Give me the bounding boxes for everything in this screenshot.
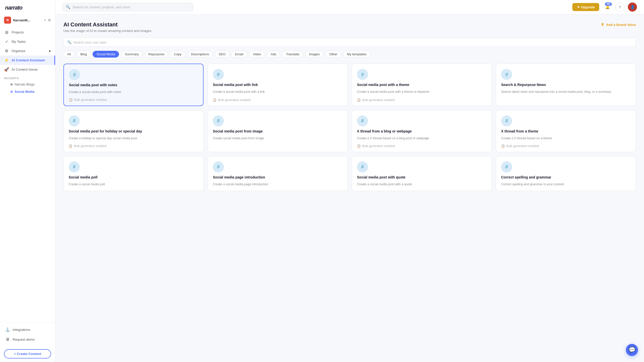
card-title: Correct spelling and grammar — [501, 175, 631, 179]
sidebar-item-ai-content-genie[interactable]: 🚀 AI Content Genie — [0, 65, 55, 74]
recent-item-social-media[interactable]: Social Media — [0, 88, 55, 95]
page-header: AI Content Assistant Use the magic of AI… — [63, 21, 636, 33]
filter-chip-blog[interactable]: Blog — [76, 51, 91, 58]
hashtag-icon: # — [357, 115, 368, 126]
filter-chip-email[interactable]: Email — [231, 51, 247, 58]
card-social-from-image[interactable]: #Social media post from imageCreate soci… — [208, 110, 348, 152]
card-description: Create a social media post with a link — [213, 89, 342, 95]
help-button[interactable]: ? — [615, 3, 624, 12]
sidebar-item-organize[interactable]: ⚙ Organize ▶ — [0, 46, 55, 56]
sidebar-item-projects[interactable]: ⊞ Projects — [0, 28, 55, 37]
filter-chip-my-templates[interactable]: My templates — [343, 51, 370, 58]
gear-icon[interactable]: ⚙ — [48, 18, 51, 22]
page-subtitle: Use the magic of AI to create amazing co… — [63, 29, 151, 33]
bulk-icon: 📋 — [213, 98, 217, 102]
card-title: Social media post from image — [213, 129, 342, 133]
card-title: X thread from a theme — [501, 129, 631, 133]
rocket-icon: 🚀 — [4, 67, 9, 72]
filter-chip-copy[interactable]: Copy — [170, 51, 185, 58]
filter-chip-social-media[interactable]: Social Media — [93, 51, 119, 58]
hashtag-icon: # — [213, 115, 224, 126]
question-mark-icon: ? — [619, 5, 621, 9]
bullet-icon — [11, 83, 13, 85]
card-description: Create a social media post with notes — [69, 90, 198, 95]
card-title: Social media post for holiday or special… — [69, 129, 198, 133]
global-search-input[interactable] — [72, 5, 190, 9]
organize-icon: ⚙ — [4, 49, 9, 53]
sidebar-item-ai-content-assistant[interactable]: ⚡ AI Content Assistant — [0, 56, 55, 65]
card-x-thread-theme[interactable]: #X thread from a themeCreate a X thread … — [496, 110, 636, 152]
card-social-post-notes[interactable]: #Social media post with notesCreate a so… — [63, 64, 204, 106]
card-bulk-label: 📋 Bulk generation enabled — [357, 98, 487, 102]
filter-chip-video[interactable]: Video — [249, 51, 265, 58]
bulk-icon: 📋 — [357, 98, 361, 102]
bulk-icon: 📋 — [357, 144, 361, 148]
chat-support-button[interactable]: 💬 — [626, 344, 638, 356]
page-header-left: AI Content Assistant Use the magic of AI… — [63, 21, 151, 33]
workspace-avatar: N — [4, 17, 11, 24]
filter-chip-all[interactable]: All — [63, 51, 74, 58]
create-content-button[interactable]: + Create Content — [4, 349, 51, 358]
workspace-selector[interactable]: N NarratoM... ▾ ⚙ — [0, 15, 55, 26]
card-x-thread-blog[interactable]: #X thread from a blog or webpageCreate a… — [352, 110, 492, 152]
sidebar-bottom: ⚓ Integrations 🖥 Request demo — [0, 322, 55, 347]
logo: narrato — [0, 0, 55, 15]
sidebar-item-request-demo[interactable]: 🖥 Request demo — [4, 335, 51, 344]
card-description: Create a X thread based on a theme — [501, 136, 631, 141]
notification-bell[interactable]: 🔔 380 — [603, 3, 612, 12]
card-description: Create a social media post with a quote — [357, 182, 487, 187]
sidebar-item-integrations[interactable]: ⚓ Integrations — [4, 325, 51, 334]
card-correct-spelling[interactable]: #Correct spelling and grammarCorrect spe… — [496, 156, 636, 191]
recents-label: Recents — [0, 74, 55, 81]
chat-icon: 💬 — [629, 347, 635, 353]
filter-chip-translate[interactable]: Translate — [282, 51, 303, 58]
bulk-icon: 📋 — [69, 144, 72, 148]
card-title: Social media post with a theme — [357, 82, 487, 87]
chevron-right-icon: ▶ — [49, 50, 51, 52]
card-title: X thread from a blog or webpage — [357, 129, 487, 133]
card-search-repurpose-news[interactable]: #Search & Repurpose NewsSearch latest ne… — [496, 64, 636, 106]
user-avatar[interactable]: 👤 — [628, 3, 637, 12]
card-description: Create a social media page introduction — [213, 182, 342, 187]
card-title: Social media post with link — [213, 82, 342, 87]
card-social-poll[interactable]: #Social media pollCreate a social media … — [63, 156, 204, 191]
card-bulk-label: 📋 Bulk generation enabled — [69, 98, 198, 102]
card-title: Social media post with quote — [357, 175, 487, 179]
microphone-icon: 🎙 — [601, 23, 605, 27]
anchor-icon: ⚓ — [5, 327, 10, 332]
sidebar: narrato N NarratoM... ▾ ⚙ ⊞ Projects ✓ M… — [0, 0, 55, 362]
card-social-holiday[interactable]: #Social media post for holiday or specia… — [63, 110, 204, 152]
upgrade-button[interactable]: ✦ Upgrade — [572, 3, 599, 11]
hashtag-icon: # — [213, 161, 224, 172]
filter-chip-other[interactable]: Other — [326, 51, 341, 58]
hashtag-icon: # — [357, 161, 368, 172]
usecase-search-input[interactable] — [73, 40, 632, 44]
tasks-icon: ✓ — [4, 39, 9, 44]
card-description: Correct spelling and grammar in your con… — [501, 182, 631, 187]
sidebar-item-tasks[interactable]: ✓ My Tasks — [0, 37, 55, 46]
filter-chip-summary[interactable]: Summary — [121, 51, 143, 58]
hashtag-icon: # — [501, 115, 512, 126]
filter-chip-images[interactable]: Images — [305, 51, 324, 58]
hashtag-icon: # — [213, 69, 224, 80]
card-social-with-quote[interactable]: #Social media post with quoteCreate a so… — [352, 156, 492, 191]
hashtag-icon: # — [69, 69, 80, 80]
filter-chip-descriptions[interactable]: Descriptions — [187, 51, 213, 58]
filter-chip-seo[interactable]: SEO — [215, 51, 229, 58]
card-description: Create a holiday or special day social m… — [69, 136, 198, 141]
filter-chip-ads[interactable]: Ads — [267, 51, 280, 58]
card-description: Create a X thread based on a blog post o… — [357, 136, 487, 141]
bulk-icon: 📋 — [69, 98, 73, 102]
content-area: AI Content Assistant Use the magic of AI… — [55, 14, 644, 362]
hashtag-icon: # — [69, 161, 80, 172]
search-icon: 🔍 — [66, 5, 70, 9]
topbar-right: ✦ Upgrade 🔔 380 ? 👤 — [572, 3, 637, 12]
filter-chip-repurpose[interactable]: Repurpose — [145, 51, 168, 58]
recent-item-narrato-blogs[interactable]: Narrato Blogs — [0, 81, 55, 88]
add-brand-voice-button[interactable]: 🎙 Add a Brand Voice — [601, 21, 636, 28]
card-bulk-label: 📋 Bulk generation enabled — [501, 144, 631, 148]
card-social-post-link[interactable]: #Social media post with linkCreate a soc… — [208, 64, 348, 106]
card-social-post-theme[interactable]: #Social media post with a themeCreate a … — [352, 64, 492, 106]
chevron-down-icon: ▾ — [44, 19, 46, 22]
card-social-page-intro[interactable]: #Social media page introductionCreate a … — [208, 156, 348, 191]
